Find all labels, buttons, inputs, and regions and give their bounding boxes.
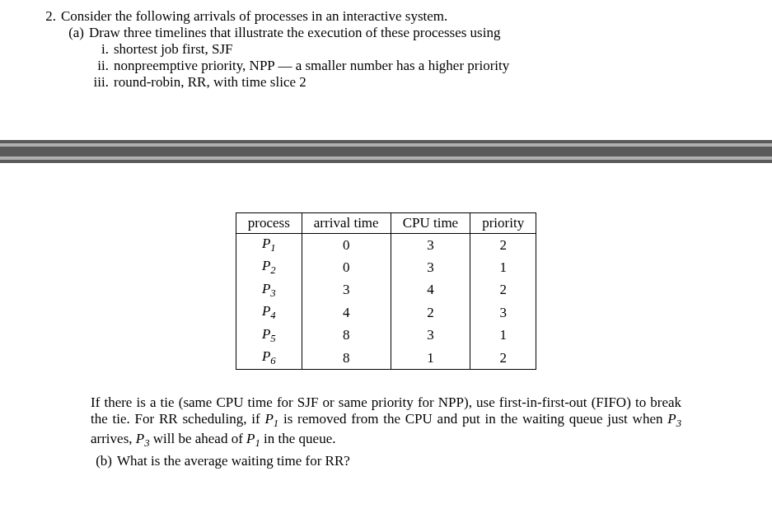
cell-arrival: 3 [302, 279, 391, 301]
part-a-text: Draw three timelines that illustrate the… [89, 25, 739, 41]
part-b-text: What is the average waiting time for RR? [117, 453, 739, 469]
tie-p3: P3 [667, 411, 681, 427]
cell-process: P5 [236, 324, 302, 347]
cell-cpu: 3 [391, 256, 470, 278]
cell-cpu: 1 [391, 347, 470, 370]
process-table: process arrival time CPU time priority P… [236, 212, 536, 370]
cell-arrival: 8 [302, 324, 391, 347]
part-b-label: (b) [89, 453, 117, 469]
problem-2: 2. Consider the following arrivals of pr… [33, 8, 739, 91]
cell-process: P4 [236, 301, 302, 324]
tie-p1b: P1 [246, 431, 260, 446]
cell-cpu: 4 [391, 279, 470, 301]
cell-pri: 3 [470, 301, 536, 324]
cell-process: P3 [236, 279, 302, 301]
subitem-ii-num: ii. [89, 58, 114, 74]
table-row: P4423 [236, 301, 536, 324]
problem-number: 2. [33, 8, 61, 91]
tie-text-5: in the queue. [260, 431, 336, 446]
cell-arrival: 0 [302, 256, 391, 278]
tie-text-4: will be ahead of [150, 431, 247, 446]
cell-arrival: 4 [302, 301, 391, 324]
problem-stem: Consider the following arrivals of proce… [61, 8, 739, 25]
tie-text-3: arrives, [91, 431, 136, 446]
cell-cpu: 3 [391, 324, 470, 347]
subitem-ii-text: nonpreemptive priority, NPP — a smaller … [114, 58, 739, 74]
tie-text-2: is removed from the CPU and put in the w… [278, 411, 667, 427]
subitem-iii-text: round-robin, RR, with time slice 2 [114, 74, 739, 91]
tie-break-note: If there is a tie (same CPU time for SJF… [91, 394, 681, 450]
cell-cpu: 3 [391, 234, 470, 257]
cell-pri: 2 [470, 347, 536, 370]
part-a-label: (a) [61, 25, 89, 91]
tie-p1: P1 [264, 411, 278, 427]
table-row: P3342 [236, 279, 536, 301]
cell-process: P6 [236, 347, 302, 370]
col-cpu: CPU time [391, 213, 470, 234]
table-row: P2031 [236, 256, 536, 278]
tie-p3b: P3 [136, 431, 150, 446]
subitem-iii: iii. round-robin, RR, with time slice 2 [89, 74, 739, 91]
table-row: P1032 [236, 234, 536, 257]
cell-arrival: 0 [302, 234, 391, 257]
cell-process: P1 [236, 234, 302, 257]
cell-pri: 2 [470, 234, 536, 257]
table-row: P5831 [236, 324, 536, 347]
subitem-ii: ii. nonpreemptive priority, NPP — a smal… [89, 58, 739, 74]
subitem-i: i. shortest job first, SJF [89, 41, 739, 58]
subitem-i-num: i. [89, 41, 114, 58]
cell-pri: 1 [470, 324, 536, 347]
table-header-row: process arrival time CPU time priority [236, 213, 536, 234]
cell-pri: 1 [470, 256, 536, 278]
table-row: P6812 [236, 347, 536, 370]
cell-cpu: 2 [391, 301, 470, 324]
cell-pri: 2 [470, 279, 536, 301]
cell-process: P2 [236, 256, 302, 278]
col-priority: priority [470, 213, 536, 234]
part-a: (a) Draw three timelines that illustrate… [61, 25, 739, 91]
col-process: process [236, 213, 302, 234]
page-top-section: 2. Consider the following arrivals of pr… [0, 0, 772, 140]
cell-arrival: 8 [302, 347, 391, 370]
subitem-i-text: shortest job first, SJF [114, 41, 739, 58]
page-divider [0, 140, 772, 163]
col-arrival: arrival time [302, 213, 391, 234]
page-bottom-section: process arrival time CPU time priority P… [0, 163, 772, 494]
subitem-iii-num: iii. [89, 74, 114, 91]
part-b: (b) What is the average waiting time for… [89, 453, 739, 469]
